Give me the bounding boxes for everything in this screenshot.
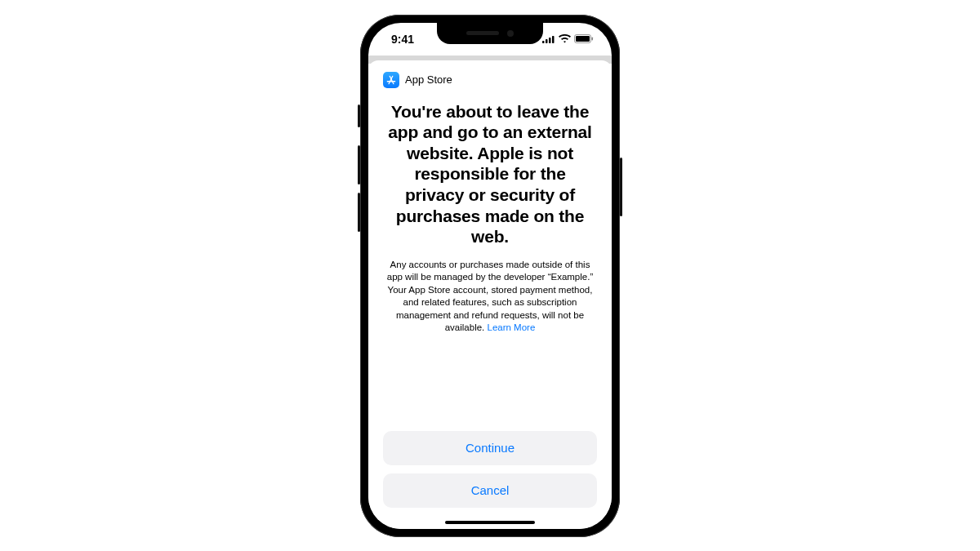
screen: 9:41 xyxy=(368,23,612,529)
warning-body: Any accounts or purchases made outside o… xyxy=(383,259,597,335)
notch xyxy=(437,23,543,44)
volume-down-button xyxy=(358,193,360,232)
warning-headline: You're about to leave the app and go to … xyxy=(383,101,597,247)
app-store-icon xyxy=(383,72,399,88)
svg-rect-6 xyxy=(592,38,594,41)
svg-rect-0 xyxy=(542,41,545,43)
volume-up-button xyxy=(358,145,360,184)
sheet-header: App Store xyxy=(383,72,597,88)
button-group: Continue Cancel xyxy=(383,431,597,516)
home-indicator[interactable] xyxy=(445,521,535,524)
cancel-button[interactable]: Cancel xyxy=(383,473,597,508)
sheet-app-name: App Store xyxy=(405,73,452,86)
continue-button[interactable]: Continue xyxy=(383,431,597,465)
svg-rect-1 xyxy=(546,39,548,43)
cellular-signal-icon xyxy=(542,35,555,43)
wifi-icon xyxy=(559,34,571,43)
status-time: 9:41 xyxy=(391,33,414,46)
learn-more-link[interactable]: Learn More xyxy=(487,322,535,332)
svg-rect-3 xyxy=(552,36,555,43)
warning-body-text: Any accounts or purchases made outside o… xyxy=(387,260,594,333)
status-indicators xyxy=(542,34,594,43)
modal-sheet: App Store You're about to leave the app … xyxy=(368,60,612,529)
svg-rect-2 xyxy=(549,38,551,43)
iphone-device-frame: 9:41 xyxy=(360,15,620,537)
power-button xyxy=(620,158,622,216)
battery-icon xyxy=(574,34,594,43)
mute-switch xyxy=(358,104,360,127)
svg-rect-5 xyxy=(576,36,590,42)
